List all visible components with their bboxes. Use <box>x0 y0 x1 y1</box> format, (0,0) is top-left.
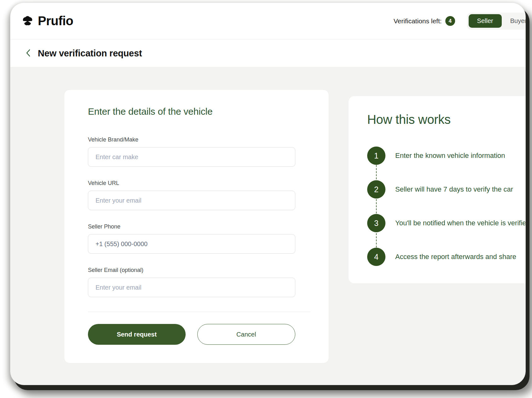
seller-email-label: Seller Email (optional) <box>88 266 295 274</box>
seller-toggle-button[interactable]: Seller <box>469 14 502 28</box>
step-2: 2 Seller will have 7 days to verify the … <box>367 180 526 199</box>
cancel-button[interactable]: Cancel <box>197 324 296 345</box>
vehicle-url-label: Vehicle URL <box>88 179 295 187</box>
buyer-toggle-button[interactable]: Buyer <box>502 14 526 28</box>
vehicle-details-card: Enter the details of the vehicle Vehicle… <box>64 89 329 363</box>
brand-logo[interactable]: Prufio <box>21 14 73 28</box>
logo-wordmark: Prufio <box>38 14 73 28</box>
step-4-number-badge: 4 <box>367 248 385 266</box>
vehicle-make-field-group: Vehicle Brand/Make <box>88 136 295 167</box>
step-2-text: Seller will have 7 days to verify the ca… <box>395 185 513 193</box>
how-this-works-heading: How this works <box>367 111 526 128</box>
step-3-number-badge: 3 <box>367 214 385 232</box>
form-actions: Send request Cancel <box>88 324 295 345</box>
steps-list: 1 Enter the known vehicle information 2 … <box>367 147 526 266</box>
app-window: Prufio Verifications left: 4 Seller Buye… <box>10 3 526 385</box>
seller-phone-label: Seller Phone <box>88 223 295 230</box>
vehicle-url-input[interactable] <box>88 191 295 210</box>
vehicle-url-field-group: Vehicle URL <box>88 179 295 210</box>
step-3: 3 You'll be notified when the vehicle is… <box>367 214 526 232</box>
back-button[interactable] <box>24 47 33 60</box>
step-1: 1 Enter the known vehicle information <box>367 147 526 165</box>
seller-phone-input[interactable] <box>88 234 295 254</box>
step-3-text: You'll be notified when the vehicle is v… <box>395 219 526 227</box>
seller-email-input[interactable] <box>88 278 295 297</box>
seller-email-field-group: Seller Email (optional) <box>88 266 295 297</box>
verifications-count-badge: 4 <box>445 16 455 26</box>
clover-mark-icon <box>21 14 34 28</box>
step-4-text: Access the report afterwards and share <box>395 253 516 261</box>
step-4: 4 Access the report afterwards and share <box>367 248 526 266</box>
step-1-number-badge: 1 <box>367 147 385 165</box>
steps-connector-line <box>376 156 377 257</box>
form-divider <box>88 312 310 312</box>
form-heading: Enter the details of the vehicle <box>88 106 295 118</box>
verifications-left-label: Verifications left: <box>394 17 442 25</box>
page-title: New verification request <box>38 48 142 59</box>
send-request-button[interactable]: Send request <box>88 324 186 345</box>
how-this-works-card: How this works 1 Enter the known vehicle… <box>349 96 526 283</box>
vehicle-make-input[interactable] <box>88 147 295 167</box>
page-title-bar: New verification request <box>10 39 525 67</box>
seller-phone-field-group: Seller Phone <box>88 223 295 254</box>
vehicle-make-label: Vehicle Brand/Make <box>88 136 295 143</box>
step-1-text: Enter the known vehicle information <box>395 152 505 160</box>
header-right-cluster: Verifications left: 4 Seller Buyer <box>394 13 525 29</box>
chevron-left-icon <box>25 49 32 58</box>
step-2-number-badge: 2 <box>367 180 385 199</box>
top-header: Prufio Verifications left: 4 Seller Buye… <box>10 3 525 39</box>
role-toggle: Seller Buyer <box>467 13 526 29</box>
